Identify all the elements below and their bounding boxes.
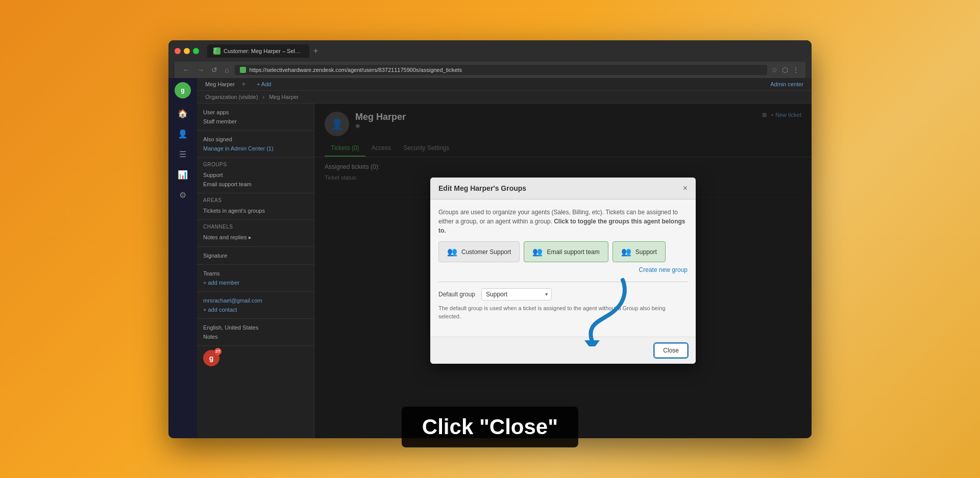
browser-tabs: Z Customer: Meg Harper – Selectiv + (207, 44, 805, 58)
group-label-email-support: Email support team (547, 248, 599, 256)
admin-center-link[interactable]: Admin center (770, 81, 803, 87)
tab-label: Customer: Meg Harper – Selectiv (224, 48, 303, 54)
add-tab-button[interactable]: + (309, 44, 322, 58)
menu-icon[interactable]: ⋮ (792, 66, 799, 74)
modal-footer: Close (430, 337, 696, 364)
browser-addressbar: ← → ↺ ⌂ https://selectivehardware.zendes… (175, 62, 805, 78)
default-group-row: Default group Support Customer Support E… (438, 288, 688, 300)
default-group-info: The default group is used when a ticket … (438, 305, 688, 320)
content-area: 👤 Meg Harper ◉ ⊞ + New ticket Ti (314, 104, 812, 438)
svg-marker-0 (584, 340, 600, 346)
group-label-support: Support (635, 248, 657, 256)
default-group-select-wrapper: Support Customer Support Email support t… (481, 288, 552, 300)
panel-item-email: mrsrachael@gmail.com (203, 296, 308, 305)
minimize-traffic-light[interactable] (184, 48, 190, 54)
modal-divider (438, 282, 688, 282)
sidebar-item-views[interactable]: ☰ (174, 145, 192, 164)
panel-item-staffmember: Staff member (203, 117, 308, 126)
panel-item-add-member[interactable]: + add member (203, 278, 308, 287)
panel-item-locale: Notes (203, 332, 308, 341)
main-area: Meg Harper ▼ + Add Admin center Organiza… (197, 78, 812, 438)
modal-description: Groups are used to organize your agents … (438, 208, 688, 235)
modal-header: Edit Meg Harper's Groups × (430, 178, 696, 199)
address-bar[interactable]: https://selectivehardware.zendesk.com/ag… (235, 65, 767, 75)
modal-title: Edit Meg Harper's Groups (438, 184, 526, 192)
panel-item-add-contact[interactable]: + add contact (203, 305, 308, 314)
group-label-customer-support: Customer Support (461, 248, 511, 256)
panel-section-location: English, United States Notes (197, 319, 314, 346)
current-user-label: Meg Harper (205, 81, 235, 87)
active-browser-tab[interactable]: Z Customer: Meg Harper – Selectiv (207, 44, 309, 58)
left-panel: User apps Staff member Also signed Manag… (197, 104, 314, 438)
default-group-label: Default group (438, 291, 475, 298)
click-arrow-annotation (577, 275, 638, 346)
panel-item-teams: Teams (203, 269, 308, 278)
panel-item-email-support: Email support team (203, 180, 308, 189)
main-topbar: Meg Harper ▼ + Add Admin center (197, 78, 812, 91)
sidebar-item-users[interactable]: 👤 (174, 125, 192, 143)
nav-forward-button[interactable]: → (195, 65, 206, 75)
group-icon-email-support: 👥 (532, 247, 543, 257)
sidebar: g 🏠 👤 ☰ 📊 ⚙ (168, 78, 197, 438)
group-item-customer-support[interactable]: 👥 Customer Support (438, 241, 520, 262)
sidebar-item-reports[interactable]: 📊 (174, 166, 192, 184)
panel-section-user-apps: User apps Staff member (197, 104, 314, 131)
panel-section-email: mrsrachael@gmail.com + add contact (197, 292, 314, 319)
url-text: https://selectivehardware.zendesk.com/ag… (249, 67, 461, 73)
modal-body: Groups are used to organize your agents … (430, 199, 696, 337)
panel-avatar-section: g 27 (197, 346, 314, 370)
panel-section-areas: Areas Tickets in agent's groups (197, 193, 314, 220)
group-icon-support: 👥 (621, 247, 631, 257)
browser-chrome: Z Customer: Meg Harper – Selectiv + ← → … (168, 40, 812, 78)
panel-item-support: Support (203, 170, 308, 180)
close-traffic-light[interactable] (175, 48, 181, 54)
panel-section-teams: Teams + add member (197, 265, 314, 292)
sidebar-item-settings[interactable]: ⚙ (174, 186, 192, 205)
tab-favicon: Z (213, 47, 220, 55)
areas-title: Areas (203, 197, 308, 203)
breadcrumb-org: Organization (visible) (205, 94, 258, 100)
edit-groups-modal: Edit Meg Harper's Groups × Groups are us… (430, 178, 696, 364)
close-button[interactable]: Close (654, 343, 688, 358)
content-row: User apps Staff member Also signed Manag… (197, 104, 812, 438)
browser-titlebar: Z Customer: Meg Harper – Selectiv + (175, 44, 805, 58)
browser-actions: ☆ ⬡ ⋮ (771, 66, 799, 74)
modal-close-x-button[interactable]: × (683, 184, 688, 193)
modal-overlay: Edit Meg Harper's Groups × Groups are us… (314, 104, 812, 438)
app-content: g 🏠 👤 ☰ 📊 ⚙ Meg Harper ▼ + Add Admin cen… (168, 78, 812, 438)
groups-list: 👥 Customer Support 👥 Email support team … (438, 241, 688, 273)
panel-item-signature: Signature (203, 251, 308, 260)
group-item-email-support[interactable]: 👥 Email support team (524, 241, 608, 262)
nav-refresh-button[interactable]: ↺ (209, 65, 219, 75)
create-new-group-link[interactable]: Create new group (639, 266, 688, 273)
panel-section-channels: Channels Notes and replies ▸ (197, 220, 314, 247)
address-favicon (240, 67, 246, 73)
group-icon-customer-support: 👥 (447, 247, 457, 257)
sidebar-logo: g (175, 82, 191, 98)
groups-title: Groups (203, 162, 308, 167)
panel-item-country: English, United States (203, 323, 308, 332)
traffic-lights (175, 48, 199, 54)
group-item-support[interactable]: 👥 Support (612, 241, 666, 262)
panel-section-also-signed: Also signed Manage in Admin Center (1) (197, 131, 314, 158)
panel-item-notes-replies: Notes and replies ▸ (203, 233, 308, 242)
panel-section-groups: Groups Support Email support team (197, 158, 314, 193)
channels-title: Channels (203, 224, 308, 230)
panel-item-also-signed: Also signed (203, 135, 308, 144)
sidebar-item-home[interactable]: 🏠 (174, 105, 192, 123)
user-avatar-small: g 27 (203, 350, 219, 366)
maximize-traffic-light[interactable] (193, 48, 199, 54)
panel-section-signature: Signature (197, 247, 314, 265)
nav-home-button[interactable]: ⌂ (223, 65, 231, 75)
breadcrumb-user: Meg Harper (269, 94, 299, 100)
nav-buttons: ← → ↺ ⌂ (181, 65, 231, 75)
extensions-icon[interactable]: ⬡ (782, 66, 788, 74)
panel-item-tickets-groups: Tickets in agent's groups (203, 206, 308, 215)
nav-back-button[interactable]: ← (181, 65, 192, 75)
star-icon[interactable]: ☆ (771, 66, 778, 74)
add-button[interactable]: + Add (257, 81, 271, 87)
panel-item-manage-admin[interactable]: Manage in Admin Center (1) (203, 144, 308, 153)
default-group-select[interactable]: Support Customer Support Email support t… (481, 288, 552, 300)
panel-item-userapps: User apps (203, 108, 308, 117)
breadcrumb: Organization (visible) › Meg Harper (197, 91, 812, 104)
